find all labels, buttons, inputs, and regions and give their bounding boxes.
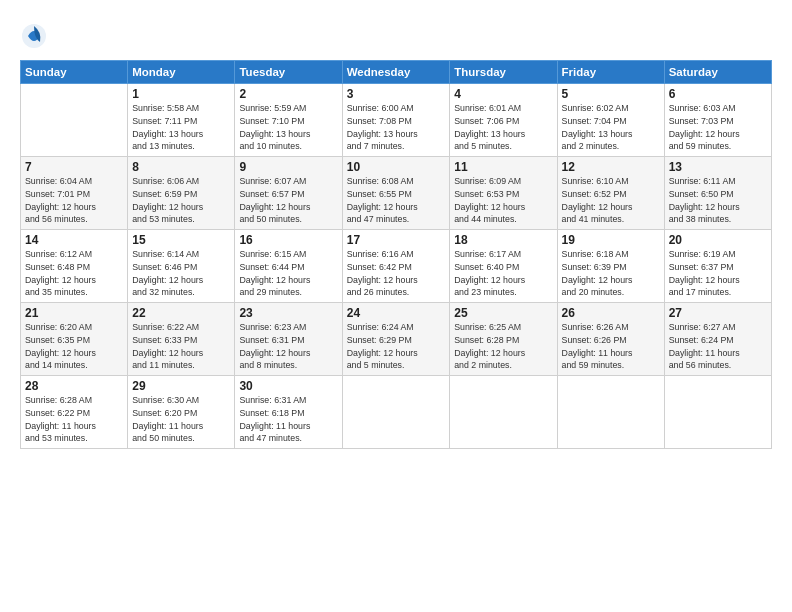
calendar-cell: 15Sunrise: 6:14 AMSunset: 6:46 PMDayligh… xyxy=(128,230,235,303)
day-info: Sunrise: 6:30 AMSunset: 6:20 PMDaylight:… xyxy=(132,394,230,445)
day-number: 27 xyxy=(669,306,767,320)
calendar-cell xyxy=(342,376,450,449)
calendar-table: SundayMondayTuesdayWednesdayThursdayFrid… xyxy=(20,60,772,449)
day-number: 29 xyxy=(132,379,230,393)
day-info: Sunrise: 6:22 AMSunset: 6:33 PMDaylight:… xyxy=(132,321,230,372)
day-number: 30 xyxy=(239,379,337,393)
weekday-header: Wednesday xyxy=(342,61,450,84)
day-number: 21 xyxy=(25,306,123,320)
day-info: Sunrise: 6:10 AMSunset: 6:52 PMDaylight:… xyxy=(562,175,660,226)
day-number: 22 xyxy=(132,306,230,320)
weekday-header: Sunday xyxy=(21,61,128,84)
day-number: 17 xyxy=(347,233,446,247)
day-number: 14 xyxy=(25,233,123,247)
weekday-header: Monday xyxy=(128,61,235,84)
day-info: Sunrise: 6:24 AMSunset: 6:29 PMDaylight:… xyxy=(347,321,446,372)
calendar-cell: 26Sunrise: 6:26 AMSunset: 6:26 PMDayligh… xyxy=(557,303,664,376)
calendar-week-row: 14Sunrise: 6:12 AMSunset: 6:48 PMDayligh… xyxy=(21,230,772,303)
day-info: Sunrise: 6:23 AMSunset: 6:31 PMDaylight:… xyxy=(239,321,337,372)
weekday-header: Saturday xyxy=(664,61,771,84)
calendar-cell: 30Sunrise: 6:31 AMSunset: 6:18 PMDayligh… xyxy=(235,376,342,449)
day-info: Sunrise: 6:01 AMSunset: 7:06 PMDaylight:… xyxy=(454,102,552,153)
day-number: 10 xyxy=(347,160,446,174)
calendar-cell: 20Sunrise: 6:19 AMSunset: 6:37 PMDayligh… xyxy=(664,230,771,303)
calendar-cell: 6Sunrise: 6:03 AMSunset: 7:03 PMDaylight… xyxy=(664,84,771,157)
day-number: 4 xyxy=(454,87,552,101)
day-info: Sunrise: 6:20 AMSunset: 6:35 PMDaylight:… xyxy=(25,321,123,372)
weekday-header: Thursday xyxy=(450,61,557,84)
day-info: Sunrise: 6:26 AMSunset: 6:26 PMDaylight:… xyxy=(562,321,660,372)
calendar-cell: 14Sunrise: 6:12 AMSunset: 6:48 PMDayligh… xyxy=(21,230,128,303)
day-number: 7 xyxy=(25,160,123,174)
calendar-cell: 16Sunrise: 6:15 AMSunset: 6:44 PMDayligh… xyxy=(235,230,342,303)
day-number: 26 xyxy=(562,306,660,320)
day-number: 5 xyxy=(562,87,660,101)
calendar-week-row: 21Sunrise: 6:20 AMSunset: 6:35 PMDayligh… xyxy=(21,303,772,376)
day-number: 18 xyxy=(454,233,552,247)
day-number: 6 xyxy=(669,87,767,101)
day-number: 15 xyxy=(132,233,230,247)
calendar-week-row: 7Sunrise: 6:04 AMSunset: 7:01 PMDaylight… xyxy=(21,157,772,230)
calendar-cell: 1Sunrise: 5:58 AMSunset: 7:11 PMDaylight… xyxy=(128,84,235,157)
calendar-cell xyxy=(557,376,664,449)
day-number: 16 xyxy=(239,233,337,247)
day-info: Sunrise: 6:18 AMSunset: 6:39 PMDaylight:… xyxy=(562,248,660,299)
day-info: Sunrise: 6:12 AMSunset: 6:48 PMDaylight:… xyxy=(25,248,123,299)
calendar-cell: 12Sunrise: 6:10 AMSunset: 6:52 PMDayligh… xyxy=(557,157,664,230)
calendar-cell: 23Sunrise: 6:23 AMSunset: 6:31 PMDayligh… xyxy=(235,303,342,376)
day-info: Sunrise: 6:00 AMSunset: 7:08 PMDaylight:… xyxy=(347,102,446,153)
day-number: 25 xyxy=(454,306,552,320)
day-info: Sunrise: 5:58 AMSunset: 7:11 PMDaylight:… xyxy=(132,102,230,153)
logo-icon xyxy=(20,22,48,50)
day-number: 3 xyxy=(347,87,446,101)
calendar-cell: 21Sunrise: 6:20 AMSunset: 6:35 PMDayligh… xyxy=(21,303,128,376)
calendar-cell: 27Sunrise: 6:27 AMSunset: 6:24 PMDayligh… xyxy=(664,303,771,376)
day-info: Sunrise: 6:07 AMSunset: 6:57 PMDaylight:… xyxy=(239,175,337,226)
day-info: Sunrise: 6:06 AMSunset: 6:59 PMDaylight:… xyxy=(132,175,230,226)
day-number: 23 xyxy=(239,306,337,320)
calendar-cell: 25Sunrise: 6:25 AMSunset: 6:28 PMDayligh… xyxy=(450,303,557,376)
day-info: Sunrise: 5:59 AMSunset: 7:10 PMDaylight:… xyxy=(239,102,337,153)
calendar-cell: 29Sunrise: 6:30 AMSunset: 6:20 PMDayligh… xyxy=(128,376,235,449)
calendar-cell: 19Sunrise: 6:18 AMSunset: 6:39 PMDayligh… xyxy=(557,230,664,303)
calendar-cell: 2Sunrise: 5:59 AMSunset: 7:10 PMDaylight… xyxy=(235,84,342,157)
day-info: Sunrise: 6:28 AMSunset: 6:22 PMDaylight:… xyxy=(25,394,123,445)
calendar-cell: 5Sunrise: 6:02 AMSunset: 7:04 PMDaylight… xyxy=(557,84,664,157)
calendar-week-row: 1Sunrise: 5:58 AMSunset: 7:11 PMDaylight… xyxy=(21,84,772,157)
day-number: 24 xyxy=(347,306,446,320)
calendar-cell: 8Sunrise: 6:06 AMSunset: 6:59 PMDaylight… xyxy=(128,157,235,230)
day-info: Sunrise: 6:04 AMSunset: 7:01 PMDaylight:… xyxy=(25,175,123,226)
calendar-cell: 22Sunrise: 6:22 AMSunset: 6:33 PMDayligh… xyxy=(128,303,235,376)
weekday-header: Friday xyxy=(557,61,664,84)
calendar-week-row: 28Sunrise: 6:28 AMSunset: 6:22 PMDayligh… xyxy=(21,376,772,449)
calendar-cell: 11Sunrise: 6:09 AMSunset: 6:53 PMDayligh… xyxy=(450,157,557,230)
calendar-cell: 3Sunrise: 6:00 AMSunset: 7:08 PMDaylight… xyxy=(342,84,450,157)
day-info: Sunrise: 6:14 AMSunset: 6:46 PMDaylight:… xyxy=(132,248,230,299)
logo xyxy=(20,22,52,50)
calendar-cell: 17Sunrise: 6:16 AMSunset: 6:42 PMDayligh… xyxy=(342,230,450,303)
day-number: 28 xyxy=(25,379,123,393)
day-number: 11 xyxy=(454,160,552,174)
calendar-cell: 10Sunrise: 6:08 AMSunset: 6:55 PMDayligh… xyxy=(342,157,450,230)
day-number: 19 xyxy=(562,233,660,247)
calendar-cell: 7Sunrise: 6:04 AMSunset: 7:01 PMDaylight… xyxy=(21,157,128,230)
weekday-header: Tuesday xyxy=(235,61,342,84)
day-info: Sunrise: 6:11 AMSunset: 6:50 PMDaylight:… xyxy=(669,175,767,226)
day-info: Sunrise: 6:19 AMSunset: 6:37 PMDaylight:… xyxy=(669,248,767,299)
day-info: Sunrise: 6:27 AMSunset: 6:24 PMDaylight:… xyxy=(669,321,767,372)
day-info: Sunrise: 6:09 AMSunset: 6:53 PMDaylight:… xyxy=(454,175,552,226)
day-info: Sunrise: 6:16 AMSunset: 6:42 PMDaylight:… xyxy=(347,248,446,299)
day-number: 20 xyxy=(669,233,767,247)
day-number: 1 xyxy=(132,87,230,101)
calendar-cell xyxy=(664,376,771,449)
day-info: Sunrise: 6:31 AMSunset: 6:18 PMDaylight:… xyxy=(239,394,337,445)
calendar-cell: 28Sunrise: 6:28 AMSunset: 6:22 PMDayligh… xyxy=(21,376,128,449)
calendar-cell: 24Sunrise: 6:24 AMSunset: 6:29 PMDayligh… xyxy=(342,303,450,376)
day-number: 12 xyxy=(562,160,660,174)
day-number: 2 xyxy=(239,87,337,101)
calendar-cell: 13Sunrise: 6:11 AMSunset: 6:50 PMDayligh… xyxy=(664,157,771,230)
day-number: 8 xyxy=(132,160,230,174)
day-number: 9 xyxy=(239,160,337,174)
calendar-cell: 18Sunrise: 6:17 AMSunset: 6:40 PMDayligh… xyxy=(450,230,557,303)
day-number: 13 xyxy=(669,160,767,174)
